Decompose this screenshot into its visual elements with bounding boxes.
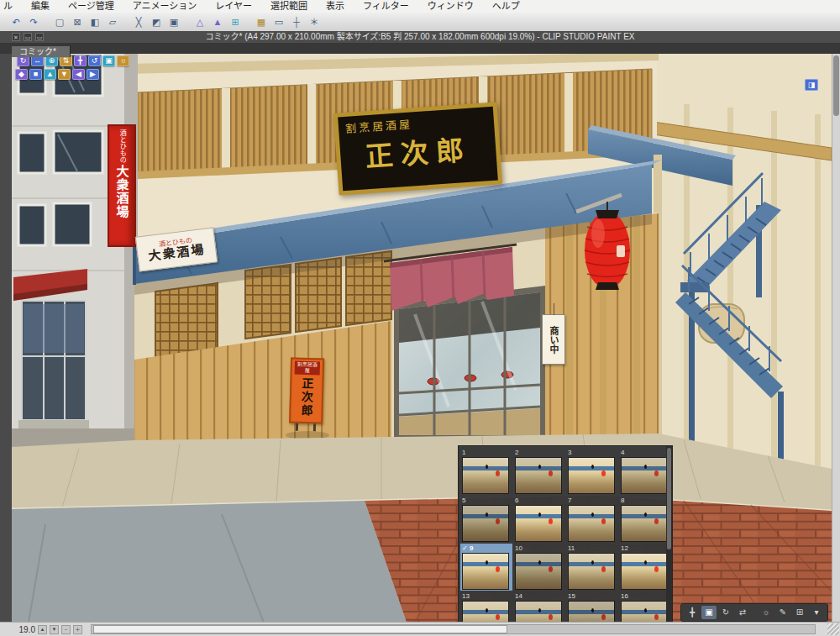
menu-item-1[interactable]: ル <box>2 0 14 13</box>
move-up-icon[interactable]: ▲ <box>44 69 56 80</box>
flip-icon[interactable]: ⇄ <box>735 606 750 619</box>
ruler-icon[interactable]: ▭ <box>271 15 286 29</box>
move-down-icon[interactable]: ▼ <box>58 69 71 80</box>
vertical-scrollbar-thumb[interactable] <box>833 55 839 116</box>
workspace: 割烹居酒屋 正次郎 酒とひもの 大衆酒場 酒とひもの 大衆酒場 商い中 割烹居酒… <box>0 54 840 623</box>
preset-thumbnail <box>621 553 668 590</box>
preset-thumbnail <box>568 505 615 542</box>
undo-icon[interactable]: ↶ <box>8 15 24 29</box>
menu-item-8[interactable]: フィルター <box>361 0 411 13</box>
zoom-stepper-up[interactable]: ▲ <box>38 625 47 634</box>
horizontal-scrollbar-thumb[interactable] <box>93 625 507 633</box>
preset-thumbnail <box>515 553 562 590</box>
preset-angle-1[interactable]: 1 <box>460 448 512 495</box>
preset-angle-14[interactable]: 14 <box>513 591 565 623</box>
settings-icon[interactable]: ＊ <box>307 15 322 29</box>
preset-angle-13[interactable]: 13 <box>460 591 512 623</box>
preset-thumbnail <box>568 601 615 623</box>
preset-angle-15[interactable]: 15 <box>566 591 618 623</box>
preset-number: 14 <box>515 592 564 601</box>
preset-angle-8[interactable]: 8 <box>619 496 671 543</box>
left-sign-title: 大衆酒場 <box>113 165 131 218</box>
camera-angle-icon[interactable]: ▣ <box>701 606 717 619</box>
camera-angle-panel: 12345678✓ 910111213141516 <box>458 445 673 623</box>
preset-angle-10[interactable]: 10 <box>513 544 565 591</box>
menu-item-2[interactable]: 編集 <box>29 0 51 13</box>
preset-number: 4 <box>621 449 669 457</box>
object-select-icon[interactable]: ◆ <box>15 69 28 80</box>
snap-grid-icon[interactable]: ⊞ <box>228 15 243 29</box>
command-bar: ↶↷▢⊠◧▱╳◩▣△▲⊞▦▭┼＊ <box>0 13 840 32</box>
preset-number: 3 <box>568 449 617 457</box>
light-source-icon[interactable]: ☼ <box>117 55 129 66</box>
move-mode-icon[interactable]: ╋ <box>685 606 700 619</box>
menu-item-9[interactable]: ウィンドウ <box>426 0 475 13</box>
preset-thumbnail <box>462 553 509 590</box>
camera-view-icon[interactable]: ▣ <box>102 55 115 66</box>
tab-comic[interactable]: コミック* <box>12 46 71 57</box>
preset-scrollbar[interactable] <box>666 446 672 622</box>
menu-item-7[interactable]: 表示 <box>324 0 346 13</box>
standing-signboard: 割烹居酒屋 正次郎 <box>289 357 324 431</box>
preset-angle-9[interactable]: ✓ 9 <box>460 544 512 591</box>
close-window-button[interactable]: ✕ <box>12 33 20 41</box>
preset-thumbnail <box>621 601 668 623</box>
collapse-panel-icon[interactable]: ◨ <box>805 79 818 91</box>
object-move-icon[interactable]: ╋ <box>74 55 87 66</box>
fill-icon[interactable]: ◧ <box>87 15 102 29</box>
preset-angle-2[interactable]: 2 <box>513 448 565 495</box>
standing-sign-board: 割烹居酒屋 正次郎 <box>289 357 324 423</box>
zoom-in-button[interactable]: ＋ <box>73 625 82 634</box>
prev-object-icon[interactable]: ◀ <box>72 69 85 80</box>
preset-angle-12[interactable]: 12 <box>619 544 671 591</box>
next-object-icon[interactable]: ▶ <box>87 69 99 80</box>
object-scale-icon[interactable]: ■ <box>29 69 42 80</box>
preset-scrollbar-thumb[interactable] <box>667 448 671 549</box>
preset-angle-7[interactable]: 7 <box>566 496 618 543</box>
left-building <box>12 54 138 472</box>
preset-thumbnail <box>515 505 562 542</box>
rotate-mode-icon[interactable]: ↻ <box>718 606 733 619</box>
more-options-icon[interactable]: ▾ <box>809 606 824 619</box>
preset-angle-4[interactable]: 4 <box>619 448 671 495</box>
menu-item-4[interactable]: アニメーション <box>131 0 199 13</box>
preset-thumbnail <box>462 457 509 494</box>
preset-angle-11[interactable]: 11 <box>566 544 618 591</box>
horizontal-scrollbar[interactable] <box>91 624 816 634</box>
edit-pose-icon[interactable]: ✎ <box>775 606 790 619</box>
resize-grip[interactable] <box>827 623 839 635</box>
preset-angle-3[interactable]: 3 <box>566 448 618 495</box>
scale-rotate-icon[interactable]: ▱ <box>105 15 120 29</box>
delete-outside-selection-icon[interactable]: ⊠ <box>70 15 85 29</box>
vertical-scrollbar[interactable] <box>832 54 840 623</box>
menu-item-5[interactable]: レイヤー <box>213 0 254 13</box>
menu-item-6[interactable]: 選択範囲 <box>269 0 309 13</box>
preset-thumbnail <box>568 457 615 494</box>
canvas-3d-view[interactable]: 割烹居酒屋 正次郎 酒とひもの 大衆酒場 酒とひもの 大衆酒場 商い中 割烹居酒… <box>12 54 832 623</box>
preset-angle-5[interactable]: 5 <box>460 496 512 543</box>
menu-item-3[interactable]: ページ管理 <box>66 0 116 13</box>
selection-border-icon[interactable]: ▣ <box>166 15 181 29</box>
preset-thumbnail <box>621 505 668 542</box>
grid-floor-icon[interactable]: ⊞ <box>792 606 807 619</box>
standing-sign-title: 正次郎 <box>297 377 315 418</box>
preset-angle-6[interactable]: 6 <box>513 496 565 543</box>
light-icon[interactable]: ☼ <box>759 606 774 619</box>
zoom-stepper-down[interactable]: ▼ <box>50 625 59 634</box>
preset-angle-16[interactable]: 16 <box>619 591 671 623</box>
preset-number: 5 <box>462 497 511 505</box>
delete-icon[interactable]: ▢ <box>52 15 67 29</box>
menu-item-10[interactable]: ヘルプ <box>491 0 522 13</box>
deselect-icon[interactable]: ╳ <box>131 15 146 29</box>
zoom-out-button[interactable]: − <box>61 625 71 634</box>
snap-special-ruler-icon[interactable]: ▲ <box>210 15 225 29</box>
object-rotate-icon[interactable]: ↺ <box>88 55 101 66</box>
maximize-window-button[interactable]: ▭ <box>35 33 44 41</box>
snap-ruler-icon[interactable]: △ <box>192 15 207 29</box>
crosshair-icon[interactable]: ┼ <box>289 15 304 29</box>
redo-icon[interactable]: ↷ <box>26 15 41 29</box>
minimize-window-button[interactable]: ▭ <box>24 33 32 41</box>
invert-selection-icon[interactable]: ◩ <box>149 15 164 29</box>
grid-icon[interactable]: ▦ <box>254 15 269 29</box>
left-vertical-sign: 酒とひもの 大衆酒場 <box>108 124 136 247</box>
